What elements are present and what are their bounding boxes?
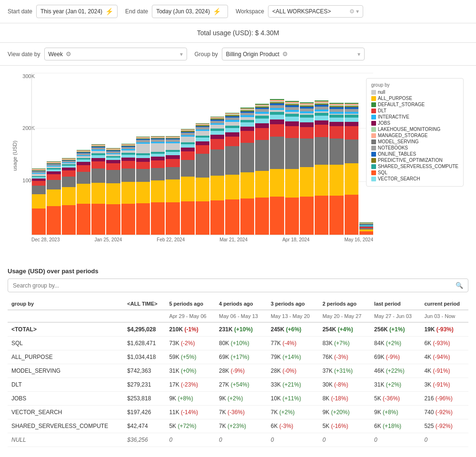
legend-color-interactive: [371, 115, 376, 119]
group-by-select[interactable]: Billing Origin Product ⚙ ▾: [222, 48, 365, 60]
bar-segment-sql: [91, 204, 105, 235]
bar-group[interactable]: [329, 103, 343, 235]
bar-segment-jobs: [225, 132, 239, 137]
bar-segment-vector: [196, 138, 209, 141]
bar-segment-sql: [196, 201, 209, 235]
bar-group[interactable]: [91, 144, 105, 235]
table-cell: 5K (-36%): [370, 392, 420, 406]
col-5-date: Apr 29 - May 06: [165, 310, 215, 322]
bar-group[interactable]: [136, 137, 150, 235]
bar-segment-sql: [315, 196, 328, 235]
bar-segment-model_serving: [240, 143, 254, 172]
table-cell: 6K (+18%): [370, 419, 420, 433]
bar-group[interactable]: [106, 148, 120, 235]
bar-group[interactable]: [210, 117, 224, 235]
table-cell: 83K (+7%): [318, 337, 370, 350]
x-label-1: Jan 25, 2024: [94, 237, 122, 242]
bar-segment-model_serving: [121, 169, 135, 182]
bar-segment-vector: [285, 117, 299, 121]
bar-segment-null_s: [225, 122, 239, 126]
table-cell: $742,363: [123, 364, 165, 378]
bar-segment-model_serving: [32, 186, 46, 194]
bar-segment-all_purpose: [106, 183, 120, 204]
view-date-select[interactable]: Week ⚙ ▾: [44, 48, 187, 60]
legend-color-all-purpose: [371, 96, 376, 101]
bar-segment-jobs: [210, 135, 224, 139]
legend-color-jobs: [371, 121, 376, 126]
legend-label-interactive: INTERACTIVE: [378, 114, 409, 119]
bar-segment-null_s: [181, 137, 195, 142]
bar-group[interactable]: [121, 144, 135, 235]
legend-label-sql: SQL: [378, 170, 387, 175]
workspace-input[interactable]: <ALL WORKSPACES> ⚙ ▾: [268, 5, 363, 18]
bar-group[interactable]: [285, 101, 299, 235]
col-2-periods: 2 periods ago: [318, 298, 370, 310]
legend-label-all-purpose: ALL_PURPOSE: [378, 96, 412, 101]
table-cell: 28K (-0%): [267, 364, 319, 378]
bar-segment-model_serving: [62, 177, 76, 187]
end-date-input[interactable]: Today (Jun 03, 2024) ⚡: [152, 5, 228, 18]
bar-group[interactable]: [77, 150, 90, 235]
bar-group[interactable]: [315, 100, 328, 235]
table-cell: 77K (-4%): [267, 337, 319, 350]
bar-group[interactable]: [255, 104, 269, 235]
table-cell: SHARED_SERVERLESS_COMPUTE: [8, 419, 123, 433]
table-cell: 4K (-91%): [420, 364, 468, 378]
legend-color-notebooks: [371, 146, 376, 150]
table-body: <TOTAL>$4,295,028210K (-1%)231K (+10%)24…: [8, 322, 468, 447]
legend-label-notebooks: NOTEBOOKS: [378, 145, 408, 150]
table-row: NULL$36,256000000: [8, 433, 468, 447]
col-3-periods: 3 periods ago: [267, 298, 319, 310]
bar-group[interactable]: [62, 158, 76, 235]
table-cell: 6K (-3%): [267, 419, 319, 433]
bar-group[interactable]: [345, 103, 358, 235]
chart-plot[interactable]: [31, 73, 373, 235]
bar-group[interactable]: [47, 161, 60, 235]
bar-group[interactable]: [270, 99, 284, 235]
x-label-2: Feb 22, 2024: [157, 237, 185, 242]
workspace-group: Workspace <ALL WORKSPACES> ⚙ ▾: [236, 5, 363, 18]
bar-segment-model_serving: [315, 137, 328, 165]
table-date-row: Apr 29 - May 06 May 06 - May 13 May 13 -…: [8, 310, 468, 322]
table-row: MODEL_SERVING$742,36331K (+0%)28K (-9%)2…: [8, 364, 468, 378]
bar-group[interactable]: [240, 108, 254, 235]
bar-group[interactable]: [32, 169, 46, 235]
table-cell: <TOTAL>: [8, 322, 123, 337]
bar-group[interactable]: [225, 113, 239, 235]
legend-label-null: null: [378, 89, 386, 95]
bar-group[interactable]: [166, 136, 179, 235]
legend-item-model-serving: MODEL_SERVING: [371, 139, 458, 144]
bar-segment-model_serving: [255, 140, 269, 171]
table-cell: 254K (+4%): [318, 322, 370, 337]
bar-segment-dlt: [315, 125, 328, 137]
x-label-0: Dec 28, 2023: [31, 237, 60, 242]
search-bar[interactable]: 🔍: [8, 278, 468, 292]
bar-segment-jobs: [329, 122, 343, 126]
table-cell: 80K (+10%): [215, 337, 267, 350]
table-cell: 59K (+5%): [165, 350, 215, 364]
table-cell: 0: [165, 433, 215, 447]
start-date-input[interactable]: This year (Jan 01, 2024) ⚡: [36, 5, 118, 18]
table-cell: 84K (+2%): [370, 337, 420, 350]
table-cell: 0: [420, 433, 468, 447]
bar-segment-vector: [225, 128, 239, 132]
bar-segment-model_serving: [47, 180, 60, 189]
legend-label-online-tables: ONLINE_TABLES: [378, 151, 416, 157]
legend-label-dlt: DLT: [378, 108, 387, 113]
legend-label-default-storage: DEFAULT_STORAGE: [378, 102, 425, 107]
bar-segment-dlt: [136, 162, 150, 169]
bar-segment-dlt: [210, 139, 224, 149]
table-cell: VECTOR_SEARCH: [8, 406, 123, 419]
search-input[interactable]: [13, 282, 453, 289]
bar-group[interactable]: [300, 102, 314, 235]
col-group-by: group by: [8, 298, 123, 310]
table-cell: 9K (+20%): [318, 406, 370, 419]
bar-segment-jobs: [315, 120, 328, 125]
bar-group[interactable]: [359, 222, 373, 235]
bar-group[interactable]: [151, 136, 165, 235]
table-cell: 231K (+10%): [215, 322, 267, 337]
bar-group[interactable]: [196, 123, 209, 235]
table-cell: 256K (+1%): [370, 322, 420, 337]
legend-label-jobs: JOBS: [378, 120, 390, 126]
bar-group[interactable]: [181, 129, 195, 235]
